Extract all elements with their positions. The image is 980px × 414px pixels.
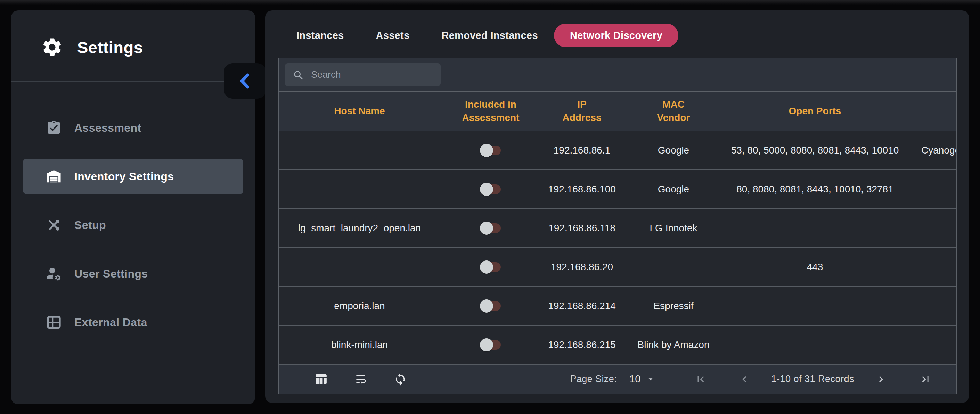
refresh-icon — [394, 373, 407, 386]
mac-vendor-cell: Google — [623, 145, 724, 156]
sidebar-item-setup[interactable]: Setup — [23, 207, 243, 243]
toggle-knob — [480, 144, 493, 157]
column-header-open-ports: Open Ports — [724, 105, 906, 118]
ip-address-cell: 192.168.86.100 — [541, 184, 623, 195]
first-page-button[interactable] — [694, 373, 707, 386]
wrap-text-button[interactable] — [354, 372, 368, 386]
tab-removed-instances[interactable]: Removed Instances — [425, 24, 554, 47]
warehouse-icon — [46, 168, 62, 184]
network-discovery-table: Host NameIncluded inAssessmentIPAddressM… — [278, 58, 957, 394]
wrap-text-icon — [354, 373, 368, 386]
included-toggle[interactable] — [480, 260, 501, 274]
sidebar-item-label: Setup — [74, 219, 106, 232]
ip-address-cell: 192.168.86.214 — [541, 300, 623, 311]
tab-assets[interactable]: Assets — [360, 24, 426, 47]
caret-down-icon — [646, 375, 655, 384]
column-header-ip-address: IPAddress — [541, 98, 623, 124]
table-row: blink-mini.lan 192.168.86.215 Blink by A… — [279, 326, 956, 365]
page-size-select[interactable]: 10 — [629, 373, 655, 385]
page-size-label: Page Size: — [570, 374, 617, 384]
ip-address-cell: 192.168.86.1 — [541, 145, 623, 156]
collapse-sidebar-button[interactable] — [224, 63, 266, 98]
included-toggle[interactable] — [480, 338, 501, 352]
included-in-assessment-cell — [440, 144, 541, 157]
first-page-icon — [695, 373, 706, 385]
mac-vendor-cell: Espressif — [623, 300, 724, 311]
main-panel: InstancesAssetsRemoved InstancesNetwork … — [265, 10, 969, 403]
search-input[interactable] — [310, 69, 433, 81]
chevron-right-button[interactable] — [874, 373, 888, 386]
table-row: 192.168.86.20 443 — [279, 248, 956, 287]
ip-address-cell: 192.168.86.118 — [541, 223, 623, 234]
last-page-icon — [920, 373, 931, 385]
included-toggle[interactable] — [480, 300, 501, 312]
settings-sidebar: Settings Assessment Inventory Settings S… — [11, 10, 255, 404]
window-top-edge — [0, 0, 980, 5]
table-body: 192.168.86.1 Google 53, 80, 5000, 8080, … — [279, 131, 956, 365]
last-page-button[interactable] — [919, 373, 932, 386]
sidebar-header: Settings — [41, 36, 143, 58]
refresh-button[interactable] — [393, 372, 407, 386]
included-toggle[interactable] — [480, 144, 501, 157]
open-ports-cell: 53, 80, 5000, 8080, 8081, 8443, 10010 — [724, 145, 906, 156]
clipboard-check-icon — [46, 120, 62, 136]
tab-instances[interactable]: Instances — [280, 24, 360, 47]
included-in-assessment-cell — [440, 183, 541, 196]
page-size-value: 10 — [629, 373, 641, 385]
open-ports-cell: 443 — [724, 262, 906, 273]
table-footer: Page Size: 10 1-10 of 31 Records — [279, 365, 956, 393]
chevron-right-icon — [875, 373, 887, 385]
host-name-cell: blink-mini.lan — [279, 339, 440, 351]
toggle-knob — [480, 300, 493, 312]
sidebar-title: Settings — [77, 38, 143, 57]
mac-vendor-cell: Google — [623, 184, 724, 195]
sidebar-menu: Assessment Inventory Settings Setup User… — [11, 110, 255, 353]
gear-icon — [41, 36, 63, 58]
sidebar-item-external-data[interactable]: External Data — [23, 305, 243, 340]
app-root: Settings Assessment Inventory Settings S… — [0, 0, 980, 414]
table-columns-button[interactable] — [314, 372, 328, 386]
sidebar-item-inventory-settings[interactable]: Inventory Settings — [23, 159, 243, 194]
footer-tool-icons — [279, 372, 407, 386]
table-row: 192.168.86.1 Google 53, 80, 5000, 8080, … — [279, 131, 956, 170]
included-in-assessment-cell — [440, 338, 541, 352]
table-row: lg_smart_laundry2_open.lan 192.168.86.11… — [279, 209, 956, 248]
search-box — [285, 63, 441, 86]
mac-vendor-cell: LG Innotek — [623, 223, 724, 234]
table-row: 192.168.86.100 Google 80, 8080, 8081, 84… — [279, 170, 956, 209]
column-header-included-in-assessment: Included inAssessment — [440, 98, 541, 124]
footer-right-group: Page Size: 10 1-10 of 31 Records — [570, 373, 957, 386]
table-columns-icon — [315, 373, 328, 386]
table-toolbar — [279, 58, 956, 92]
chevron-left-button[interactable] — [738, 373, 751, 386]
toggle-knob — [480, 260, 493, 274]
pagination-controls: 1-10 of 31 Records — [655, 373, 932, 386]
table-grid-icon — [46, 314, 62, 330]
sidebar-item-assessment[interactable]: Assessment — [23, 110, 243, 146]
sidebar-item-label: External Data — [74, 316, 147, 329]
search-icon — [293, 70, 303, 80]
ip-address-cell: 192.168.86.20 — [541, 262, 623, 273]
chevron-left-icon — [238, 72, 252, 90]
sidebar-item-user-settings[interactable]: User Settings — [23, 256, 243, 292]
tab-network-discovery[interactable]: Network Discovery — [554, 24, 678, 47]
toggle-knob — [480, 338, 493, 352]
sidebar-item-label: Assessment — [74, 122, 142, 135]
sidebar-item-label: Inventory Settings — [74, 170, 174, 183]
records-range-label: 1-10 of 31 Records — [771, 374, 854, 384]
column-header-host-name: Host Name — [279, 105, 440, 118]
included-toggle[interactable] — [480, 222, 501, 235]
included-toggle[interactable] — [480, 183, 501, 196]
included-in-assessment-cell — [440, 300, 541, 312]
sidebar-divider — [11, 81, 255, 82]
mac-vendor-cell: Blink by Amazon — [623, 339, 724, 351]
ip-address-cell: 192.168.86.215 — [541, 339, 623, 351]
tools-icon — [46, 217, 62, 233]
table-row: emporia.lan 192.168.86.214 Espressif — [279, 287, 956, 326]
sidebar-item-label: User Settings — [74, 267, 148, 280]
toggle-knob — [480, 222, 493, 235]
chevron-left-icon — [738, 373, 750, 385]
included-in-assessment-cell — [440, 222, 541, 235]
table-header-row: Host NameIncluded inAssessmentIPAddressM… — [279, 92, 956, 131]
toggle-knob — [480, 183, 493, 196]
